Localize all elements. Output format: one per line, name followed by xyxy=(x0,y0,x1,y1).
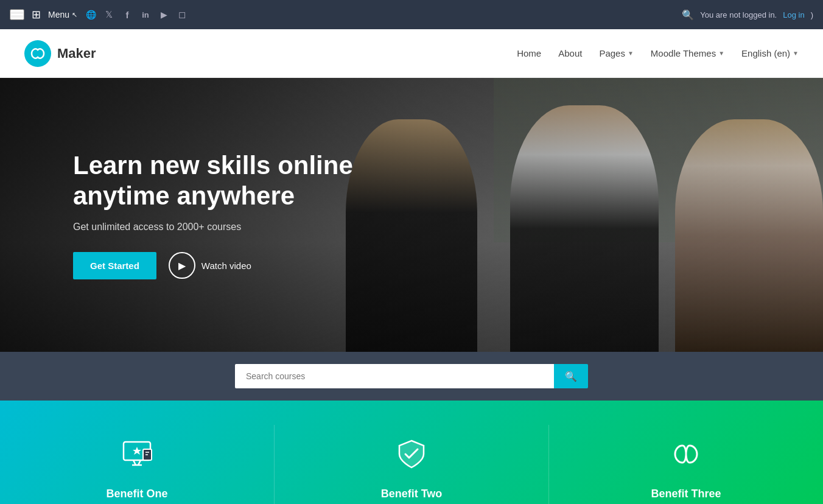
topbar-search-icon[interactable]: 🔍 xyxy=(682,9,694,21)
hamburger-button[interactable] xyxy=(10,9,24,20)
cursor-indicator: ↖ xyxy=(72,11,77,19)
menu-label: Menu xyxy=(48,10,69,19)
instagram-icon[interactable]: ◻ xyxy=(176,9,188,21)
youtube-icon[interactable]: ▶ xyxy=(158,9,170,21)
hero-content: Learn new skills online anytime anywhere… xyxy=(73,150,365,279)
not-logged-in-text: You are not logged in. xyxy=(700,10,777,19)
menu-button[interactable]: Menu ↖ xyxy=(48,10,77,19)
globe-icon[interactable]: 🌐 xyxy=(85,9,97,21)
hero-subtitle: Get unlimited access to 2000+ courses xyxy=(73,222,365,233)
logo-link[interactable]: Maker xyxy=(24,40,517,67)
linkedin-icon[interactable]: in xyxy=(139,9,152,21)
hero-buttons: Get Started ▶ Watch video xyxy=(73,252,365,279)
search-button[interactable]: 🔍 xyxy=(554,364,588,388)
watch-video-button[interactable]: ▶ Watch video xyxy=(169,252,251,279)
nav-links: Home About Pages ▼ Moodle Themes ▼ Engli… xyxy=(517,48,799,58)
top-bar-right: 🔍 You are not logged in. Log in ) xyxy=(682,9,813,21)
infinity-icon xyxy=(669,437,703,478)
search-section: 🔍 xyxy=(0,352,823,401)
nav-language[interactable]: English (en) ▼ xyxy=(741,48,799,58)
grid-icon: ⊞ xyxy=(32,8,41,21)
search-bar: 🔍 xyxy=(235,364,588,388)
logo-text: Maker xyxy=(57,46,96,61)
top-bar: ⊞ Menu ↖ 🌐 𝕏 f in ▶ ◻ 🔍 You are not logg… xyxy=(0,0,823,29)
top-bar-left: ⊞ Menu ↖ 🌐 𝕏 f in ▶ ◻ xyxy=(10,8,682,21)
benefit-item-1: Benefit One Outline a benefit here. You … xyxy=(0,425,275,504)
logo-svg xyxy=(29,45,46,62)
get-started-button[interactable]: Get Started xyxy=(73,252,156,279)
language-dropdown-arrow: ▼ xyxy=(793,50,799,57)
logo-icon xyxy=(24,40,51,67)
facebook-icon[interactable]: f xyxy=(121,9,133,21)
benefit-3-title: Benefit Three xyxy=(651,488,721,500)
nav-pages[interactable]: Pages ▼ xyxy=(599,48,633,58)
main-navigation: Maker Home About Pages ▼ Moodle Themes ▼… xyxy=(0,29,823,78)
nav-moodle-themes[interactable]: Moodle Themes ▼ xyxy=(651,48,724,58)
monitor-star-icon xyxy=(120,437,154,478)
hero-section: Learn new skills online anytime anywhere… xyxy=(0,78,823,352)
search-input[interactable] xyxy=(235,364,554,388)
nav-about[interactable]: About xyxy=(558,48,582,58)
benefit-2-title: Benefit Two xyxy=(381,488,443,500)
benefits-section: Benefit One Outline a benefit here. You … xyxy=(0,401,823,504)
watch-video-label: Watch video xyxy=(201,261,251,271)
nav-home[interactable]: Home xyxy=(517,48,541,58)
search-btn-icon: 🔍 xyxy=(565,371,577,382)
twitter-icon[interactable]: 𝕏 xyxy=(103,9,115,21)
play-button-icon: ▶ xyxy=(169,252,195,279)
social-icons-bar: 🌐 𝕏 f in ▶ ◻ xyxy=(85,9,188,21)
shield-check-icon xyxy=(394,437,429,478)
benefit-1-title: Benefit One xyxy=(106,488,167,500)
benefit-item-2: Benefit Two Outline a benefit here. You … xyxy=(275,425,549,504)
benefit-item-3: Benefit Three Outline a benefit here. Yo… xyxy=(549,425,823,504)
pages-dropdown-arrow: ▼ xyxy=(628,50,634,57)
login-link[interactable]: Log in xyxy=(783,10,804,19)
hero-title: Learn new skills online anytime anywhere xyxy=(73,150,365,212)
moodle-dropdown-arrow: ▼ xyxy=(718,50,724,57)
